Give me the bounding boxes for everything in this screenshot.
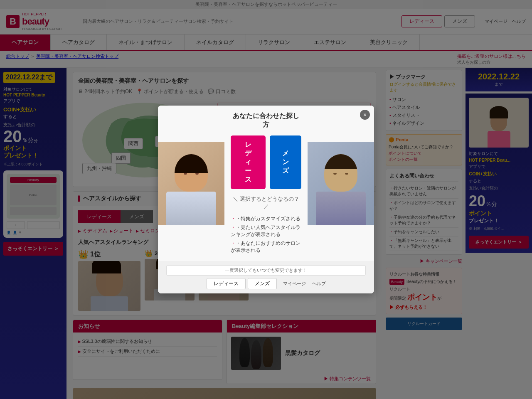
modal-bottom-links: マイページ ヘルプ	[283, 281, 326, 287]
modal-bottom-ladies-btn[interactable]: レディース	[207, 278, 246, 289]
modal-benefit-2: ・見たい人気ヘアスタイルランキングが表示される	[231, 223, 301, 239]
modal-choice-buttons: レディース メンズ	[231, 135, 301, 189]
modal-mypage-link[interactable]: マイページ	[283, 281, 306, 287]
modal-subtitle: ＼ 選択するとどうなるの？ ／	[231, 195, 301, 210]
modal-overlay[interactable]: × あなたに	[0, 0, 532, 399]
modal-hint-text: 一度選択してもいつでも変更できます！	[166, 265, 366, 276]
modal-help-link[interactable]: ヘルプ	[312, 281, 326, 287]
modal-man-image	[308, 142, 374, 225]
modal-benefit-1: ・特集がカスタマイズされる	[231, 214, 301, 223]
modal-title: あなたに合わせた探し方	[231, 112, 301, 129]
modal-center-content: あなたに合わせた探し方 レディース メンズ ＼ 選択するとどうなるの？ ／ ・特…	[224, 106, 308, 261]
modal-bottom-mens-btn[interactable]: メンズ	[248, 278, 277, 289]
modal-mens-button[interactable]: メンズ	[270, 135, 301, 189]
modal-bottom-content: 一度選択してもいつでも変更できます！ レディース メンズ マイページ ヘルプ	[166, 265, 366, 289]
gender-selection-modal: × あなたに	[158, 106, 374, 293]
modal-benefits-list: ・特集がカスタマイズされる ・見たい人気ヘアスタイルランキングが表示される ・あ…	[231, 214, 301, 255]
modal-benefit-3: ・あなたにおすすめのサロンが表示される	[231, 239, 301, 255]
modal-lady-image	[158, 142, 224, 225]
modal-ladies-button[interactable]: レディース	[231, 135, 266, 189]
modal-top-section: あなたに合わせた探し方 レディース メンズ ＼ 選択するとどうなるの？ ／ ・特…	[158, 106, 374, 261]
modal-bottom-nav: レディース メンズ マイページ ヘルプ	[166, 278, 366, 289]
modal-bottom-tabs: レディース メンズ	[207, 278, 277, 289]
modal-bottom-section: 一度選択してもいつでも変更できます！ レディース メンズ マイページ ヘルプ	[158, 261, 374, 293]
modal-close-button[interactable]: ×	[360, 110, 370, 120]
